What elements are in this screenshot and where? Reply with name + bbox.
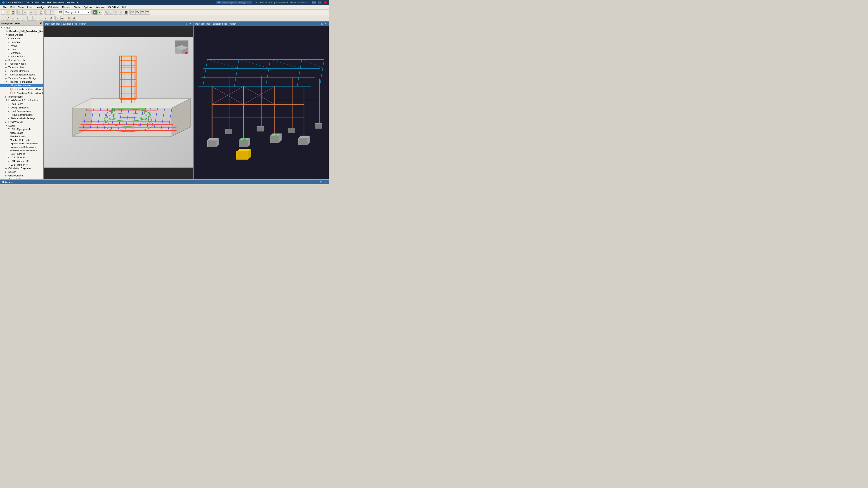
tb-dimension[interactable]: ↔ [55, 16, 60, 21]
tb-save[interactable]: 💾 [11, 10, 16, 15]
tb-rotate[interactable]: ⟳ [51, 10, 55, 15]
nav-project[interactable]: ▼ 🗂 Main-Test_Hall_Foundation_No-Res.rf6… [0, 29, 43, 33]
nav-types-nodes[interactable]: ▶ Types for Nodes [0, 62, 43, 66]
tb-new[interactable]: 📄 [1, 10, 5, 15]
tb-paste[interactable]: 📋 [39, 10, 43, 15]
tb-load2[interactable]: ↙ [44, 16, 49, 21]
nav-members[interactable]: ▶ Members [0, 51, 43, 55]
nav-result-combinations[interactable]: ▶ Result Combinations [0, 113, 43, 117]
search-bar[interactable]: 🔍 Type a keyword (Alt+Q) [216, 1, 252, 4]
tb-solid[interactable]: ⬛ [124, 10, 128, 15]
tb-copy[interactable]: ⧉ [34, 10, 38, 15]
menu-insert[interactable]: Insert [25, 5, 35, 9]
tb-cut[interactable]: ✂ [29, 10, 33, 15]
nav-nodal-loads[interactable]: Nodal Loads [0, 131, 43, 135]
nav-basic-objects[interactable]: ▶ Basic Objects [0, 33, 43, 37]
nav-found-1[interactable]: 📋 1 - Foundation Plate | without Groundw… [0, 87, 43, 91]
nav-guide-objects[interactable]: ▶ Guide Objects [0, 174, 43, 177]
tb-select[interactable]: ↖ [45, 10, 50, 15]
nav-nodes[interactable]: ▶ Nodes [0, 44, 43, 47]
nav-types-lines[interactable]: ▶ Types for Lines [0, 66, 43, 69]
bottom-min-btn[interactable]: ─ [315, 181, 319, 184]
vp-left-min[interactable]: ─ [182, 23, 184, 25]
close-btn[interactable]: ✕ [324, 1, 327, 4]
nav-lines[interactable]: ▶ Lines [0, 47, 43, 51]
nav-types-members[interactable]: ▶ Types for Members [0, 69, 43, 73]
tb-fit[interactable]: ⊡ [114, 10, 119, 15]
viewport-left[interactable]: Main-Test_Hall_Foundation_No-Res.rf6* ─ … [43, 21, 193, 180]
nav-load-cases-comb[interactable]: ▶ Load Cases & Combinations [0, 98, 43, 102]
nav-additional-found-loads[interactable]: Additional Foundation Loads [0, 149, 43, 152]
nav-member-set-loads[interactable]: Member Set Loads [0, 138, 43, 142]
viewport-right[interactable]: Main-Test_Hall_Foundation_No-Res.rf6* ─ … [193, 21, 329, 180]
nav-imperfections[interactable]: ▶ Imperfections [0, 95, 43, 98]
menu-view[interactable]: View [17, 5, 26, 9]
nav-static-analysis[interactable]: ▶ Static Analysis Settings [0, 117, 43, 120]
tb-zoom-in[interactable]: 🔍 [104, 10, 108, 15]
tb-yz[interactable]: YZ [145, 10, 150, 15]
bottom-close-btn[interactable]: ✕ [323, 181, 327, 184]
nav-calc-diagrams[interactable]: ▶ Calculation Diagrams [0, 166, 43, 170]
menu-edit[interactable]: Edit [8, 5, 17, 9]
menu-window[interactable]: Window [94, 5, 106, 9]
tb-run[interactable]: ▶ [92, 10, 97, 15]
nav-single-foundations[interactable]: ▶ Single Foundations [0, 84, 43, 87]
tb-annotation[interactable]: Aa [60, 16, 65, 21]
nav-loads[interactable]: ▶ Loads [0, 124, 43, 127]
tb-3d[interactable]: 3D [130, 10, 135, 15]
tb-open[interactable]: 📂 [6, 10, 10, 15]
nav-close-btn[interactable]: ✕ [40, 22, 42, 25]
nav-concrete-design[interactable]: ▶ Concrete Design [0, 177, 43, 180]
nav-imposed-nodal[interactable]: Imposed Nodal Deformations [0, 142, 43, 145]
tb-hinge[interactable]: ○ [32, 16, 37, 21]
nav-lc3[interactable]: ▶ LC3 - Nutzlast [0, 156, 43, 159]
tb-print[interactable]: 🖨 [72, 16, 76, 21]
nav-sections[interactable]: ▶ Sections [0, 40, 43, 44]
tb-undo[interactable]: ↩ [18, 10, 22, 15]
nav-found-2[interactable]: 📋 2 - Foundation Plate | without Groundw… [0, 91, 43, 95]
vp-left-max[interactable]: □ [185, 23, 188, 25]
menu-calculate[interactable]: Calculate [46, 5, 60, 9]
minimize-btn[interactable]: ─ [312, 1, 315, 4]
tb-xz[interactable]: XZ [141, 10, 145, 15]
menu-file[interactable]: File [1, 5, 8, 9]
vp-right-min[interactable]: ─ [317, 23, 320, 25]
vp-right-close[interactable]: ✕ [324, 23, 327, 25]
load-case-dropdown[interactable]: Eigengewicht [63, 10, 90, 15]
vp-right-max[interactable]: □ [321, 23, 323, 25]
nav-types-special[interactable]: ▶ Types for Special Objects [0, 73, 43, 76]
tb-moment[interactable]: ↺ [49, 16, 53, 21]
nav-rfem-root[interactable]: ▶ RFEM [0, 26, 43, 29]
menu-results[interactable]: Results [60, 5, 72, 9]
tb-support[interactable]: ⊥ [27, 16, 32, 21]
maximize-btn[interactable]: □ [318, 1, 321, 4]
menu-tools[interactable]: Tools [72, 5, 82, 9]
nav-imposed-line[interactable]: Imposed Line Deformations [0, 145, 43, 149]
navigator-content[interactable]: ▶ RFEM ▼ 🗂 Main-Test_Hall_Foundation_No-… [0, 26, 43, 180]
nav-member-sets[interactable]: ▶ Member Sets [0, 55, 43, 58]
tb-render[interactable]: 🎨 [67, 16, 71, 21]
nav-types-concrete[interactable]: ▶ Types for Concrete Design [0, 76, 43, 80]
tb-member[interactable]: ≡ [11, 16, 16, 21]
bottom-max-btn[interactable]: □ [319, 181, 323, 184]
nav-special-objects[interactable]: ▶ Special Objects [0, 58, 43, 62]
nav-member-loads[interactable]: Member Loads [0, 135, 43, 138]
tb-node[interactable]: • [1, 16, 5, 21]
menu-cad-bim[interactable]: CAD-BIM [106, 5, 120, 9]
tb-xy[interactable]: XY [135, 10, 140, 15]
menu-help[interactable]: Help [121, 5, 129, 9]
tb-redo[interactable]: ↪ [22, 10, 27, 15]
nav-load-cases[interactable]: ▶ Load Cases [0, 102, 43, 106]
nav-design-situations[interactable]: ▶ Design Situations [0, 106, 43, 109]
menu-options[interactable]: Options [82, 5, 94, 9]
nav-types-foundations[interactable]: ▶ Types for Foundations [0, 80, 43, 84]
tb-line[interactable]: ╱ [6, 16, 10, 21]
tb-wireframe[interactable]: ⬡ [119, 10, 123, 15]
tb-stop[interactable]: ⏹ [97, 10, 102, 15]
vp-left-close[interactable]: ✕ [188, 23, 192, 25]
tb-solid2[interactable]: ⬜ [21, 16, 25, 21]
nav-lc1[interactable]: ▶ LC1 - Eigengewicht [0, 127, 43, 131]
tb-surface[interactable]: ▭ [16, 16, 20, 21]
nav-results[interactable]: ▶ Results [0, 170, 43, 174]
nav-materials[interactable]: ▶ Materials [0, 37, 43, 40]
